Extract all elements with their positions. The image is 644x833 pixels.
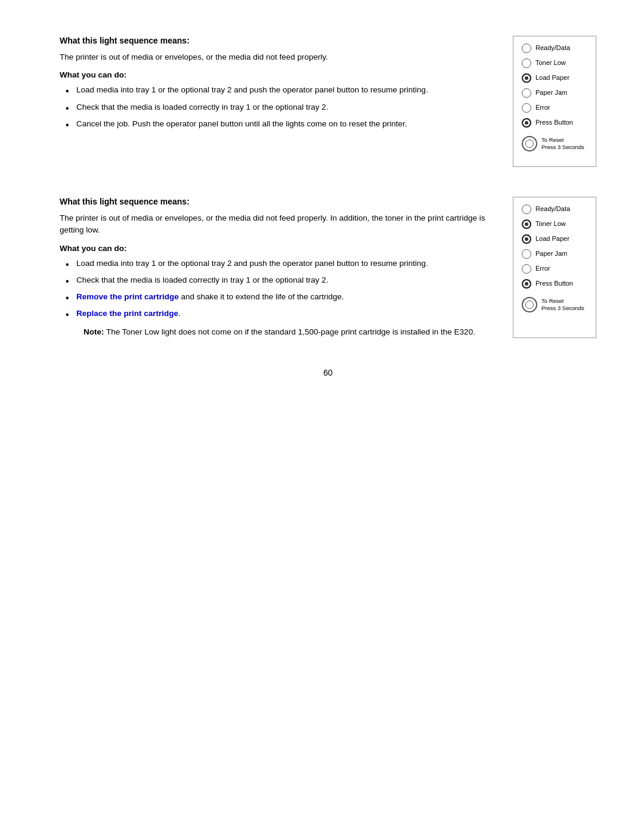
section-2-body: The printer is out of media or envelopes…: [60, 212, 495, 237]
section-1-panel: Ready/Data Toner Low Load Paper Paper Ja…: [513, 36, 596, 167]
label-load-paper-2: Load Paper: [535, 235, 569, 243]
bullet-1-2: Check that the media is loaded correctly…: [66, 101, 495, 113]
section-1-content: What this light sequence means: The prin…: [60, 36, 513, 167]
reset-button-2: [522, 297, 537, 312]
section-2-note: Note: The Toner Low light does not come …: [60, 326, 495, 338]
led-error-2: [522, 264, 531, 274]
indicator-ready-data-1: Ready/Data: [522, 44, 590, 53]
reset-label-1: To ResetPress 3 Seconds: [541, 137, 584, 151]
label-press-button-1: Press Button: [535, 119, 573, 126]
section-1-subheading: What you can do:: [60, 70, 495, 79]
section-2-subheading: What you can do:: [60, 244, 495, 253]
led-toner-low-2: [522, 219, 531, 229]
reset-row-1: To ResetPress 3 Seconds: [522, 136, 590, 151]
led-toner-low-1: [522, 58, 531, 68]
led-ready-data-2: [522, 205, 531, 214]
indicator-paper-jam-1: Paper Jam: [522, 88, 590, 98]
reset-button-inner-1: [525, 140, 534, 148]
indicator-paper-jam-2: Paper Jam: [522, 249, 590, 259]
led-load-paper-2: [522, 234, 531, 244]
bullet-1-1: Load media into tray 1 or the optional t…: [66, 84, 495, 96]
label-error-2: Error: [535, 265, 550, 272]
label-ready-data-1: Ready/Data: [535, 44, 570, 52]
label-press-button-2: Press Button: [535, 280, 573, 287]
section-1-heading: What this light sequence means:: [60, 36, 495, 45]
led-press-button-2: [522, 279, 531, 289]
label-paper-jam-2: Paper Jam: [535, 250, 567, 258]
led-load-paper-1: [522, 73, 531, 83]
section-2-heading: What this light sequence means:: [60, 197, 495, 206]
section-2-content: What this light sequence means: The prin…: [60, 197, 513, 338]
indicator-error-2: Error: [522, 264, 590, 274]
section-1-bullets: Load media into tray 1 or the optional t…: [60, 84, 495, 130]
section-2: What this light sequence means: The prin…: [60, 197, 596, 338]
reset-button-1: [522, 136, 537, 151]
indicator-error-1: Error: [522, 103, 590, 113]
bullet-2-4: Replace the print cartridge.: [66, 308, 495, 320]
section-1-body: The printer is out of media or envelopes…: [60, 51, 495, 63]
led-error-1: [522, 103, 531, 113]
led-press-button-1: [522, 118, 531, 128]
indicator-ready-data-2: Ready/Data: [522, 205, 590, 214]
indicator-toner-low-2: Toner Low: [522, 219, 590, 229]
section-1: What this light sequence means: The prin…: [60, 36, 596, 167]
indicator-load-paper-2: Load Paper: [522, 234, 590, 244]
section-2-panel: Ready/Data Toner Low Load Paper Paper Ja…: [513, 197, 596, 338]
reset-button-inner-2: [525, 301, 534, 309]
led-ready-data-1: [522, 44, 531, 53]
label-ready-data-2: Ready/Data: [535, 205, 570, 213]
indicator-press-button-2: Press Button: [522, 279, 590, 289]
label-toner-low-1: Toner Low: [535, 59, 566, 67]
indicator-load-paper-1: Load Paper: [522, 73, 590, 83]
link-remove-cartridge[interactable]: Remove the print cartridge: [76, 292, 179, 301]
bullet-2-3: Remove the print cartridge and shake it …: [66, 291, 495, 303]
section-2-bullets: Load media into tray 1 or the optional t…: [60, 258, 495, 320]
indicator-toner-low-1: Toner Low: [522, 58, 590, 68]
indicator-press-button-1: Press Button: [522, 118, 590, 128]
bullet-2-1: Load media into tray 1 or the optional t…: [66, 258, 495, 270]
reset-label-2: To ResetPress 3 Seconds: [541, 298, 584, 312]
label-paper-jam-1: Paper Jam: [535, 89, 567, 97]
label-error-1: Error: [535, 104, 550, 112]
reset-row-2: To ResetPress 3 Seconds: [522, 297, 590, 312]
bullet-2-2: Check that the media is loaded correctly…: [66, 274, 495, 286]
label-load-paper-1: Load Paper: [535, 74, 569, 82]
link-replace-cartridge[interactable]: Replace the print cartridge: [76, 309, 178, 318]
bullet-1-3: Cancel the job. Push the operator panel …: [66, 118, 495, 130]
page-number: 60: [60, 368, 596, 377]
led-paper-jam-2: [522, 249, 531, 259]
label-toner-low-2: Toner Low: [535, 220, 566, 228]
led-paper-jam-1: [522, 88, 531, 98]
